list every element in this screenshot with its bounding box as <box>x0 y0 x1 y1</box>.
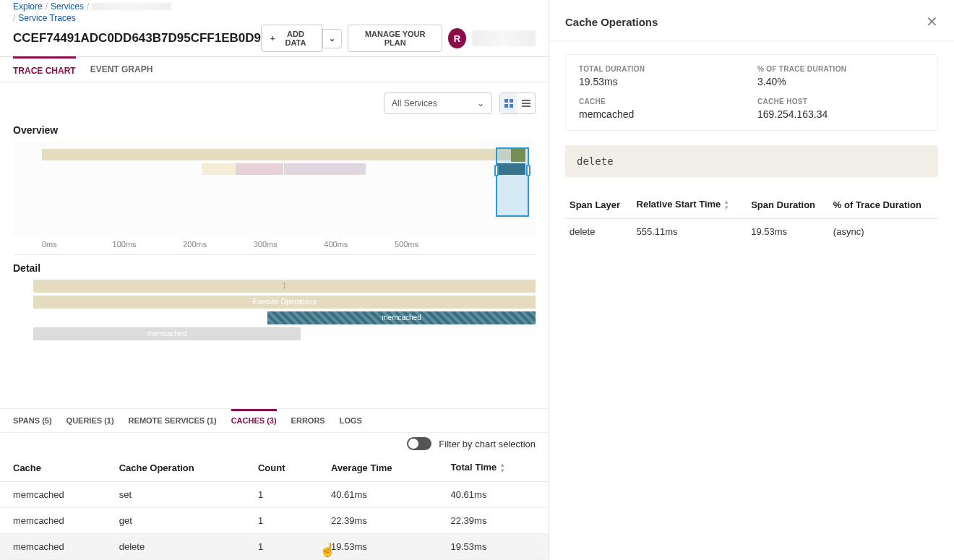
tab-errors[interactable]: ERRORS <box>291 409 325 432</box>
filter-toggle[interactable] <box>407 437 431 450</box>
svg-rect-0 <box>504 99 508 103</box>
overview-axis: 0ms 100ms 200ms 300ms 400ms 500ms <box>42 240 536 254</box>
list-icon <box>521 98 531 108</box>
avatar[interactable]: R <box>448 28 466 48</box>
col-span-duration[interactable]: Span Duration <box>747 191 829 218</box>
crumb-redacted <box>92 3 171 10</box>
tab-remote-services[interactable]: REMOTE SERVICES (1) <box>129 409 217 432</box>
svg-rect-2 <box>504 104 508 108</box>
span-root[interactable] <box>42 149 525 160</box>
service-filter-select[interactable]: All Services ⌄ <box>384 92 492 114</box>
value-total-duration: 19.53ms <box>579 76 746 87</box>
tab-event-graph[interactable]: EVENT GRAPH <box>90 57 153 82</box>
detail-chart[interactable]: 1 Execute Operations memcached memcached… <box>13 280 536 384</box>
col-count[interactable]: Count <box>245 455 318 481</box>
detail-row-4[interactable]: memcached <box>33 327 301 340</box>
chevron-down-icon: ⌄ <box>477 98 484 108</box>
label-cache-host: CACHE HOST <box>757 98 924 105</box>
chevron-down-icon: ⌄ <box>329 34 335 43</box>
table-row[interactable]: memcached get 1 22.39ms 22.39ms <box>0 508 549 534</box>
selection-handle-right[interactable] <box>526 165 530 176</box>
cache-table: Cache Cache Operation Count Average Time… <box>0 455 549 560</box>
svg-rect-1 <box>510 99 513 103</box>
info-grid: TOTAL DURATION 19.53ms % OF TRACE DURATI… <box>565 54 938 131</box>
selection-handle-left[interactable] <box>494 165 499 176</box>
value-pct-trace: 3.40% <box>757 76 924 87</box>
svg-rect-3 <box>510 104 513 108</box>
tab-spans[interactable]: SPANS (5) <box>13 409 52 432</box>
col-pct-trace[interactable]: % of Trace Duration <box>829 191 938 218</box>
col-op[interactable]: Cache Operation <box>106 455 245 481</box>
manage-plan-button[interactable]: MANAGE YOUR PLAN <box>348 25 442 52</box>
add-data-button[interactable]: + ADD DATA <box>261 25 322 52</box>
plus-icon: + <box>270 34 275 43</box>
grid-icon <box>504 98 514 108</box>
svg-rect-5 <box>522 103 530 104</box>
table-row[interactable]: memcached delete 1 19.53ms 19.53ms <box>0 534 549 560</box>
sort-icon: ▲▼ <box>499 462 505 474</box>
org-redacted <box>472 30 536 46</box>
span-table: Span Layer Relative Start Time▲▼ Span Du… <box>565 191 938 244</box>
crumb-service-traces[interactable]: Service Traces <box>18 13 75 23</box>
tab-caches[interactable]: CACHES (3) <box>231 409 277 432</box>
filter-label: Filter by chart selection <box>439 439 536 449</box>
value-cache-host: 169.254.163.34 <box>757 108 924 120</box>
detail-row-2[interactable]: Execute Operations <box>33 296 536 309</box>
col-avg[interactable]: Average Time <box>318 455 438 481</box>
tab-trace-chart[interactable]: TRACE CHART <box>13 56 76 82</box>
col-start-time[interactable]: Relative Start Time▲▼ <box>632 191 747 218</box>
add-data-dropdown[interactable]: ⌄ <box>322 29 342 48</box>
view-toggle <box>499 92 536 114</box>
breadcrumb: Explore / Services / <box>13 1 536 12</box>
table-row[interactable]: delete 555.11ms 19.53ms (async) <box>565 218 938 244</box>
col-cache[interactable]: Cache <box>0 455 106 481</box>
span-c[interactable] <box>284 163 366 175</box>
col-span-layer[interactable]: Span Layer <box>565 191 632 218</box>
svg-rect-4 <box>522 100 530 101</box>
detail-heading: Detail <box>13 262 536 274</box>
svg-rect-6 <box>522 105 530 107</box>
selection-box[interactable] <box>496 147 530 217</box>
operation-code: delete <box>565 145 938 177</box>
span-b[interactable] <box>236 163 284 175</box>
tab-logs[interactable]: LOGS <box>340 409 362 432</box>
label-pct-trace: % OF TRACE DURATION <box>757 65 924 73</box>
overview-chart[interactable] <box>13 142 536 236</box>
page-title: CCEF74491ADC0DD643B7D95CFF1EB0D9 <box>13 31 261 46</box>
crumb-explore[interactable]: Explore <box>13 1 43 12</box>
table-row[interactable]: memcached set 1 40.61ms 40.61ms <box>0 482 549 508</box>
span-a[interactable] <box>202 163 236 175</box>
detail-row-1[interactable]: 1 <box>33 280 536 293</box>
close-icon[interactable]: ✕ <box>926 13 938 30</box>
label-cache: CACHE <box>579 98 746 105</box>
list-view-button[interactable] <box>517 93 535 113</box>
label-total-duration: TOTAL DURATION <box>579 65 746 73</box>
grid-view-button[interactable] <box>500 93 517 113</box>
detail-row-3[interactable]: memcached <box>267 311 536 324</box>
side-panel-title: Cache Operations <box>565 16 658 28</box>
crumb-services[interactable]: Services <box>51 1 84 12</box>
col-total[interactable]: Total Time▲▼ <box>438 455 549 481</box>
value-cache: memcached <box>579 108 746 120</box>
overview-heading: Overview <box>13 124 536 136</box>
sort-icon: ▲▼ <box>723 199 729 211</box>
tab-queries[interactable]: QUERIES (1) <box>66 409 114 432</box>
